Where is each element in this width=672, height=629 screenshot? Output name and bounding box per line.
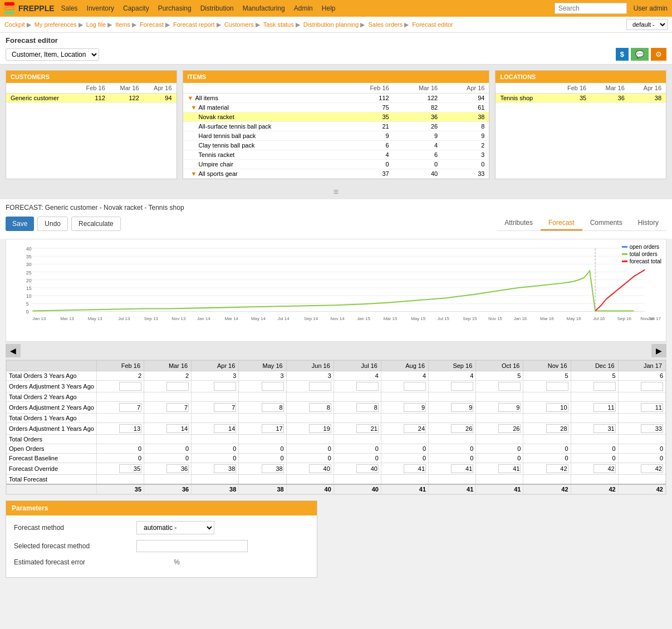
bc-distplanning[interactable]: Distribution planning	[303, 21, 359, 28]
nav-inventory[interactable]: Inventory	[87, 4, 114, 12]
dt-cell[interactable]	[523, 381, 571, 392]
bc-customers[interactable]: Customers	[224, 21, 254, 28]
dt-input[interactable]	[498, 403, 521, 412]
dt-input[interactable]	[593, 382, 616, 391]
dt-cell[interactable]	[333, 381, 381, 392]
nav-purchasing[interactable]: Purchasing	[158, 4, 192, 12]
item-row[interactable]: All-surface tennis ball pack 21 26 8	[183, 122, 489, 131]
dt-input[interactable]	[214, 403, 236, 412]
comment-icon-btn[interactable]: 💬	[631, 48, 649, 61]
dt-input[interactable]	[404, 403, 426, 412]
dt-input[interactable]	[119, 382, 141, 391]
tab-attributes[interactable]: Attributes	[497, 216, 541, 230]
search-input[interactable]	[555, 3, 627, 14]
item-row[interactable]: Tennis racket 4 6 3	[183, 150, 489, 160]
dt-cell[interactable]	[286, 381, 333, 392]
item-row[interactable]: Umpire chair 0 0 0	[183, 160, 489, 169]
dt-cell[interactable]	[618, 402, 665, 414]
dt-input[interactable]	[404, 464, 426, 473]
dt-cell[interactable]	[381, 423, 428, 435]
dt-cell[interactable]	[239, 381, 286, 392]
dt-cell[interactable]	[96, 381, 144, 392]
dt-cell[interactable]	[571, 381, 618, 392]
location-row[interactable]: Tennis shop 35 36 38	[496, 94, 666, 103]
dt-input[interactable]	[309, 403, 331, 412]
dt-cell[interactable]	[333, 402, 381, 414]
dt-cell[interactable]	[523, 402, 571, 414]
dt-cell[interactable]	[429, 423, 476, 435]
dt-input[interactable]	[546, 403, 568, 412]
dt-input[interactable]	[119, 403, 141, 412]
dt-cell[interactable]	[286, 423, 333, 435]
dt-cell[interactable]	[476, 402, 523, 414]
dt-cell[interactable]	[381, 381, 428, 392]
dt-input[interactable]	[262, 424, 284, 433]
bc-forecasteditor[interactable]: Forecast editor	[412, 21, 453, 28]
dt-input[interactable]	[641, 403, 663, 412]
dt-input[interactable]	[498, 424, 521, 433]
panel-divider[interactable]: ≡	[0, 185, 672, 199]
dt-cell[interactable]	[333, 463, 381, 475]
dt-input[interactable]	[451, 464, 473, 473]
bc-salesorders[interactable]: Sales orders	[369, 21, 403, 28]
dt-input[interactable]	[593, 403, 616, 412]
customer-row[interactable]: Generic customer 112 122 94	[6, 94, 176, 103]
item-row[interactable]: ▼All sports gear 37 40 33	[183, 169, 489, 179]
dt-input[interactable]	[166, 424, 189, 433]
user-menu[interactable]: User admin	[634, 4, 668, 12]
dt-input[interactable]	[498, 382, 521, 391]
dt-input[interactable]	[641, 424, 663, 433]
item-row[interactable]: ▼All items 112 122 94	[183, 94, 489, 103]
dt-cell[interactable]	[476, 381, 523, 392]
dt-input[interactable]	[451, 424, 473, 433]
dt-cell[interactable]	[381, 402, 428, 414]
forecast-error-input[interactable]	[136, 558, 170, 566]
nav-distribution[interactable]: Distribution	[200, 4, 234, 12]
dt-input[interactable]	[404, 424, 426, 433]
dt-input[interactable]	[309, 424, 331, 433]
table-next-button[interactable]: ▶	[651, 344, 666, 357]
dt-cell[interactable]	[476, 423, 523, 435]
dt-cell[interactable]	[571, 423, 618, 435]
dt-cell[interactable]	[381, 463, 428, 475]
expand-arrow[interactable]: ▼	[191, 170, 197, 177]
dt-input[interactable]	[214, 464, 236, 473]
dt-cell[interactable]	[192, 463, 239, 475]
dt-input[interactable]	[593, 424, 616, 433]
bc-cockpit[interactable]: Cockpit	[4, 21, 25, 28]
dt-input[interactable]	[641, 382, 663, 391]
dt-input[interactable]	[356, 382, 379, 391]
dt-cell[interactable]	[96, 423, 144, 435]
tab-forecast[interactable]: Forecast	[541, 216, 582, 230]
dt-cell[interactable]	[144, 381, 192, 392]
tab-history[interactable]: History	[630, 216, 666, 230]
groupby-select[interactable]: Customer, Item, Location	[6, 48, 99, 61]
bc-taskstatus[interactable]: Task status	[263, 21, 294, 28]
dt-cell[interactable]	[618, 423, 665, 435]
dt-cell[interactable]	[571, 463, 618, 475]
dt-input[interactable]	[451, 382, 473, 391]
selected-method-input[interactable]	[136, 540, 248, 552]
tab-comments[interactable]: Comments	[582, 216, 630, 230]
dt-input[interactable]	[356, 464, 379, 473]
dt-cell[interactable]	[239, 463, 286, 475]
dt-input[interactable]	[166, 382, 189, 391]
dt-input[interactable]	[641, 464, 663, 473]
bc-forecast[interactable]: Forecast	[140, 21, 164, 28]
settings-icon-btn[interactable]: ⚙	[651, 48, 666, 61]
bc-items[interactable]: Items	[115, 21, 130, 28]
bc-myprefs[interactable]: My preferences	[35, 21, 77, 28]
dt-cell[interactable]	[618, 463, 665, 475]
nav-capacity[interactable]: Capacity	[123, 4, 149, 12]
item-row[interactable]: Hard tennis ball pack 9 9 9	[183, 131, 489, 141]
dt-cell[interactable]	[192, 381, 239, 392]
expand-arrow[interactable]: ▼	[188, 95, 194, 101]
undo-button[interactable]: Undo	[37, 217, 68, 231]
bc-logfile[interactable]: Log file	[86, 21, 106, 28]
recalculate-button[interactable]: Recalculate	[71, 217, 121, 231]
dt-input[interactable]	[214, 424, 236, 433]
dt-input[interactable]	[119, 424, 141, 433]
dt-cell[interactable]	[476, 463, 523, 475]
dt-cell[interactable]	[96, 463, 144, 475]
dt-input[interactable]	[166, 464, 189, 473]
